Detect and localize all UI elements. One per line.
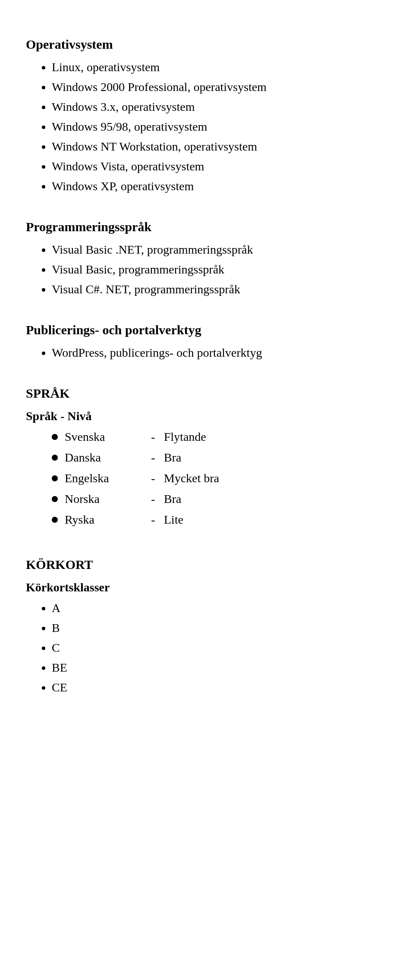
korkort-heading: KÖRKORT	[26, 555, 388, 574]
list-item: B	[52, 619, 388, 637]
language-name: Danska	[65, 449, 142, 467]
language-level: Flytande	[164, 428, 206, 446]
bullet-icon	[52, 517, 58, 523]
publicering-section: Publicerings- och portalverktyg WordPres…	[26, 320, 388, 362]
programmeringssprak-heading: Programmeringsspråk	[26, 217, 388, 236]
language-row-norska: Norska - Bra	[52, 490, 388, 508]
list-item: Visual C#. NET, programmeringsspråk	[52, 280, 388, 298]
bullet-icon	[52, 475, 58, 481]
list-item: Linux, operativsystem	[52, 58, 388, 76]
language-name: Ryska	[65, 511, 142, 529]
bullet-icon	[52, 455, 58, 461]
list-item: Windows Vista, operativsystem	[52, 157, 388, 176]
language-name: Svenska	[65, 428, 142, 446]
list-item: Windows NT Workstation, operativsystem	[52, 138, 388, 156]
operativsystem-section: Operativsystem Linux, operativsystem Win…	[26, 35, 388, 195]
sprak-heading: SPRÅK	[26, 383, 388, 403]
language-dash: -	[142, 449, 164, 467]
list-item: Visual Basic .NET, programmeringsspråk	[52, 241, 388, 259]
language-row-ryska: Ryska - Lite	[52, 511, 388, 529]
language-dash: -	[142, 511, 164, 529]
sprak-section: SPRÅK Språk - Nivå Svenska - Flytande Da…	[26, 383, 388, 529]
publicering-list: WordPress, publicerings- och portalverkt…	[52, 344, 388, 362]
list-item: WordPress, publicerings- och portalverkt…	[52, 344, 388, 362]
list-item: C	[52, 639, 388, 657]
language-table: Svenska - Flytande Danska - Bra Engelska…	[52, 428, 388, 529]
programmeringssprak-list: Visual Basic .NET, programmeringsspråk V…	[52, 241, 388, 298]
korkort-subheading: Körkortsklasser	[26, 578, 388, 597]
language-level: Bra	[164, 490, 181, 508]
language-dash: -	[142, 490, 164, 508]
language-dash: -	[142, 428, 164, 446]
sprak-subheading: Språk - Nivå	[26, 407, 388, 425]
language-row-danska: Danska - Bra	[52, 449, 388, 467]
list-item: CE	[52, 678, 388, 697]
bullet-icon	[52, 496, 58, 502]
language-level: Bra	[164, 449, 181, 467]
list-item: BE	[52, 659, 388, 677]
list-item: Visual Basic, programmeringsspråk	[52, 261, 388, 279]
programmeringssprak-section: Programmeringsspråk Visual Basic .NET, p…	[26, 217, 388, 298]
operativsystem-heading: Operativsystem	[26, 35, 388, 54]
language-name: Norska	[65, 490, 142, 508]
list-item: Windows XP, operativsystem	[52, 177, 388, 195]
language-row-engelska: Engelska - Mycket bra	[52, 469, 388, 487]
bullet-icon	[52, 434, 58, 440]
language-row-svenska: Svenska - Flytande	[52, 428, 388, 446]
language-name: Engelska	[65, 469, 142, 487]
list-item: A	[52, 599, 388, 617]
list-item: Windows 95/98, operativsystem	[52, 118, 388, 136]
operativsystem-list: Linux, operativsystem Windows 2000 Profe…	[52, 58, 388, 195]
language-level: Lite	[164, 511, 183, 529]
korkort-section: KÖRKORT Körkortsklasser A B C BE CE	[26, 555, 388, 697]
list-item: Windows 3.x, operativsystem	[52, 98, 388, 116]
publicering-heading: Publicerings- och portalverktyg	[26, 320, 388, 339]
language-level: Mycket bra	[164, 469, 219, 487]
language-dash: -	[142, 469, 164, 487]
korkort-list: A B C BE CE	[52, 599, 388, 697]
list-item: Windows 2000 Professional, operativsyste…	[52, 78, 388, 96]
